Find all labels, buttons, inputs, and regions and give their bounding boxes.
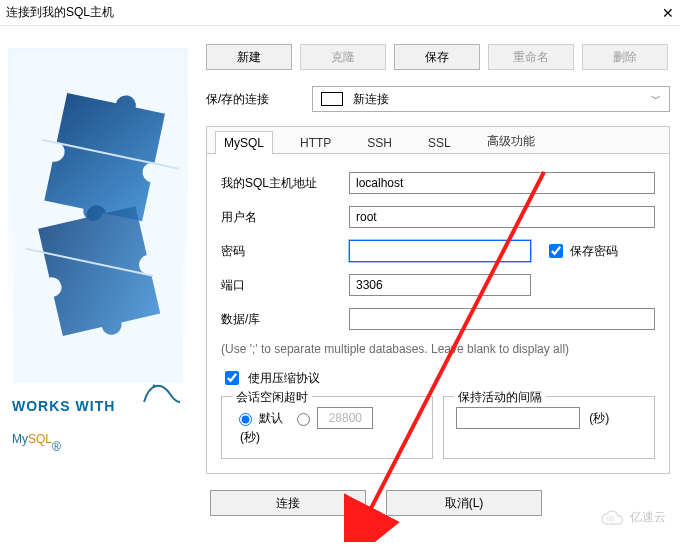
tab-ssh[interactable]: SSH: [358, 131, 401, 154]
user-input[interactable]: [349, 206, 655, 228]
tab-mysql[interactable]: MySQL: [215, 131, 273, 154]
logo-reg: ®: [52, 440, 61, 454]
titlebar: 连接到我的SQL主机 ✕: [0, 0, 680, 26]
svg-point-3: [153, 385, 156, 388]
session-idle-default-label: 默认: [259, 410, 283, 427]
save-password-option[interactable]: 保存密码: [545, 241, 618, 261]
keep-alive-seconds: (秒): [589, 410, 629, 427]
session-idle-default-option[interactable]: 默认: [234, 410, 283, 427]
saved-connections-row: 保/存的连接 新连接 ﹀: [206, 86, 670, 112]
tab-http[interactable]: HTTP: [291, 131, 340, 154]
cancel-button[interactable]: 取消(L): [386, 490, 542, 516]
session-idle-seconds: (秒): [240, 429, 280, 446]
session-idle-legend: 会话空闲超时: [232, 389, 312, 406]
sidebar: WORKS WITH MySQL®: [0, 26, 196, 516]
save-password-label: 保存密码: [570, 243, 618, 260]
color-swatch: [321, 92, 343, 106]
saved-connections-label: 保/存的连接: [206, 91, 312, 108]
compress-checkbox[interactable]: [225, 371, 239, 385]
window-title: 连接到我的SQL主机: [6, 4, 114, 21]
connect-button[interactable]: 连接: [210, 490, 366, 516]
new-button[interactable]: 新建: [206, 44, 292, 70]
compress-label: 使用压缩协议: [248, 370, 320, 387]
save-button[interactable]: 保存: [394, 44, 480, 70]
top-toolbar: 新建 克隆 保存 重命名 删除: [206, 44, 670, 70]
saved-connection-selected: 新连接: [353, 91, 389, 108]
session-idle-custom-radio[interactable]: [297, 413, 310, 426]
tab-advanced[interactable]: 高级功能: [478, 128, 544, 154]
close-icon[interactable]: ✕: [662, 5, 674, 21]
host-label: 我的SQL主机地址: [221, 175, 349, 192]
keep-alive-legend: 保持活动的间隔: [454, 389, 546, 406]
puzzle-image: [8, 48, 188, 388]
clone-button[interactable]: 克隆: [300, 44, 386, 70]
svg-text:∞: ∞: [606, 511, 615, 525]
host-input[interactable]: [349, 172, 655, 194]
port-input[interactable]: [349, 274, 531, 296]
database-label: 数据/库: [221, 311, 349, 328]
tabset: MySQL HTTP SSH SSL 高级功能 我的SQL主机地址 用户名 密码: [206, 126, 670, 474]
watermark: ∞ 亿速云: [600, 509, 666, 526]
database-hint: (Use ';' to separate multiple databases.…: [221, 342, 655, 356]
session-idle-default-radio[interactable]: [239, 413, 252, 426]
tab-strip: MySQL HTTP SSH SSL 高级功能: [207, 126, 669, 154]
chevron-down-icon: ﹀: [651, 92, 661, 106]
session-idle-fieldset: 会话空闲超时 默认 (秒): [221, 396, 433, 459]
password-label: 密码: [221, 243, 349, 260]
session-idle-custom-input[interactable]: [317, 407, 373, 429]
main-panel: 新建 克隆 保存 重命名 删除 保/存的连接 新连接 ﹀ MySQL HTTP …: [196, 26, 680, 516]
logo-sql: SQL: [28, 432, 52, 446]
compress-option[interactable]: 使用压缩协议: [221, 368, 655, 388]
keep-alive-fieldset: 保持活动的间隔 (秒): [443, 396, 655, 459]
watermark-text: 亿速云: [630, 509, 666, 526]
tab-ssl[interactable]: SSL: [419, 131, 460, 154]
cloud-icon: ∞: [600, 510, 624, 526]
password-input[interactable]: [349, 240, 531, 262]
mysql-logo: WORKS WITH MySQL®: [8, 398, 188, 454]
database-input[interactable]: [349, 308, 655, 330]
logo-my: My: [12, 432, 28, 446]
tab-body: 我的SQL主机地址 用户名 密码 保存密码 端口: [207, 154, 669, 473]
user-label: 用户名: [221, 209, 349, 226]
rename-button[interactable]: 重命名: [488, 44, 574, 70]
session-idle-custom-option[interactable]: [292, 407, 373, 429]
saved-connections-select[interactable]: 新连接 ﹀: [312, 86, 670, 112]
port-label: 端口: [221, 277, 349, 294]
delete-button[interactable]: 删除: [582, 44, 668, 70]
save-password-checkbox[interactable]: [549, 244, 563, 258]
keep-alive-input[interactable]: [456, 407, 580, 429]
